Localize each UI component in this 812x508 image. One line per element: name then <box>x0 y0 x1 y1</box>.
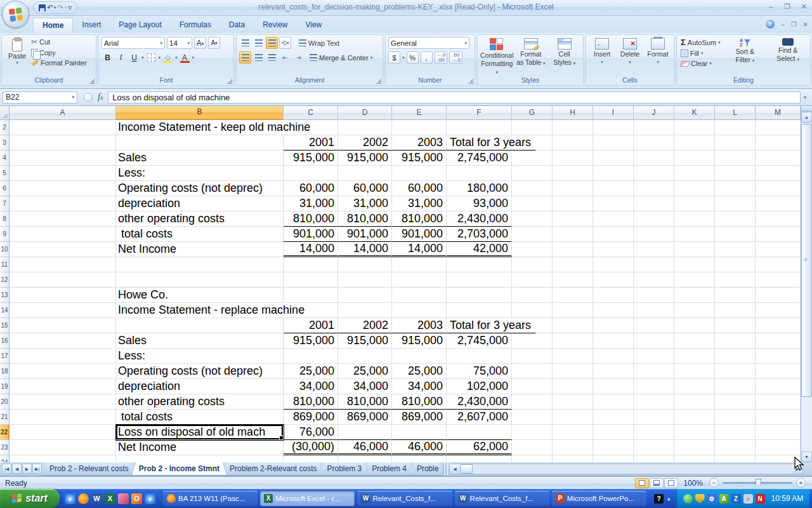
fill-button[interactable]: ↓Fill▾ <box>679 49 722 58</box>
cell-G14[interactable] <box>512 303 553 318</box>
cell-M8[interactable] <box>756 211 801 227</box>
cell-C5[interactable] <box>284 166 338 181</box>
cell-C12[interactable] <box>284 272 338 288</box>
cell-J24[interactable] <box>634 455 674 462</box>
cell-F10[interactable]: 42,000 <box>447 242 512 257</box>
cell-E16[interactable]: 915,000 <box>392 333 447 349</box>
cell-F4[interactable]: 2,745,000 <box>447 150 512 166</box>
row-header-7[interactable]: 7 <box>0 196 10 211</box>
sheet-tab-prob-2-income-stmnt[interactable]: Prob 2 - Income Stmnt <box>132 462 226 476</box>
cell-I11[interactable] <box>593 257 634 272</box>
cell-E22[interactable] <box>392 425 447 440</box>
cell-H3[interactable] <box>553 135 593 150</box>
cell-C11[interactable] <box>284 257 338 272</box>
cell-B13[interactable]: Howe Co. <box>116 288 284 303</box>
cell-B2[interactable]: Income Statement - keep old machine <box>116 120 284 135</box>
green-orb-tray-icon[interactable] <box>683 494 693 504</box>
tab-insert[interactable]: Insert <box>73 18 110 33</box>
cell-F21[interactable]: 2,607,000 <box>447 410 512 425</box>
cell-E2[interactable] <box>392 120 447 135</box>
cell-L19[interactable] <box>715 379 756 394</box>
cell-B19[interactable]: depreciation <box>116 379 284 394</box>
cell-C23[interactable]: (30,000) <box>284 440 338 455</box>
cell-A21[interactable] <box>10 410 116 425</box>
cell-C22[interactable]: 76,000 <box>284 425 338 440</box>
cell-C19[interactable]: 34,000 <box>284 379 338 394</box>
shield-tray-icon[interactable] <box>695 494 705 504</box>
formula-bar-expand-icon[interactable]: ▾ <box>801 95 809 100</box>
cell-M15[interactable] <box>756 318 801 333</box>
scroll-left-button[interactable]: ◀ <box>450 464 460 474</box>
cell-E18[interactable]: 25,000 <box>392 364 447 379</box>
cell-B6[interactable]: Operating costs (not deprec) <box>116 181 284 196</box>
cell-B11[interactable] <box>116 257 284 272</box>
cell-L12[interactable] <box>715 272 756 288</box>
cell-D16[interactable]: 915,000 <box>338 333 392 349</box>
cell-A18[interactable] <box>10 364 116 379</box>
cell-F7[interactable]: 93,000 <box>447 196 512 211</box>
cell-D3[interactable]: 2002 <box>338 135 392 150</box>
cell-H14[interactable] <box>553 303 593 318</box>
cell-L17[interactable] <box>715 349 756 364</box>
cell-L6[interactable] <box>715 181 756 196</box>
cell-L13[interactable] <box>715 288 756 303</box>
find-select-button[interactable]: Find & Select ▾ <box>768 37 808 76</box>
fill-color-dropdown-icon[interactable]: ▾ <box>175 55 178 60</box>
cell-I13[interactable] <box>593 288 634 303</box>
cell-J7[interactable] <box>634 196 674 211</box>
column-header-B[interactable]: B <box>116 106 284 120</box>
align-left-button[interactable] <box>239 51 251 64</box>
cell-I3[interactable] <box>593 135 634 150</box>
cell-M9[interactable] <box>756 227 801 242</box>
cell-I2[interactable] <box>593 120 634 135</box>
scrollbar-split-handle[interactable] <box>801 106 812 112</box>
cell-K2[interactable] <box>674 120 715 135</box>
cell-I6[interactable] <box>593 181 634 196</box>
cell-H10[interactable] <box>553 242 593 257</box>
cell-E19[interactable]: 34,000 <box>392 379 447 394</box>
cell-C17[interactable] <box>284 349 338 364</box>
cell-K12[interactable] <box>674 272 715 288</box>
cell-F19[interactable]: 102,000 <box>447 379 512 394</box>
cell-K14[interactable] <box>674 303 715 318</box>
cell-E20[interactable]: 810,000 <box>392 394 447 410</box>
cell-K6[interactable] <box>674 181 715 196</box>
cell-L5[interactable] <box>715 166 756 181</box>
keys-icon[interactable] <box>118 493 129 504</box>
taskbar-button[interactable]: XMicrosoft Excel - r... <box>260 491 355 506</box>
cell-L16[interactable] <box>715 333 756 349</box>
align-top-button[interactable] <box>239 37 251 49</box>
number-dialog-launcher[interactable] <box>468 79 473 84</box>
cell-L3[interactable] <box>715 135 756 150</box>
cell-D6[interactable]: 60,000 <box>338 181 392 196</box>
accounting-format-button[interactable]: $ <box>388 51 400 64</box>
cell-styles-button[interactable]: Cell Styles ▾ <box>548 37 580 76</box>
cell-D24[interactable] <box>338 455 392 462</box>
cell-G11[interactable] <box>512 257 553 272</box>
cell-K19[interactable] <box>674 379 715 394</box>
cell-M23[interactable] <box>756 440 801 455</box>
row-header-4[interactable]: 4 <box>0 150 10 166</box>
cell-E11[interactable] <box>392 257 447 272</box>
cell-A13[interactable] <box>10 288 116 303</box>
cell-F17[interactable] <box>447 349 512 364</box>
orientation-button[interactable]: ⟲▾ <box>279 37 291 49</box>
cell-A24[interactable] <box>10 455 116 462</box>
cell-J18[interactable] <box>634 364 674 379</box>
internet-explorer-icon[interactable]: e <box>65 493 75 504</box>
cell-K17[interactable] <box>674 349 715 364</box>
cell-L21[interactable] <box>715 410 756 425</box>
row-header-15[interactable]: 15 <box>0 318 10 333</box>
cell-G21[interactable] <box>512 410 553 425</box>
paste-button[interactable]: Paste ▾ <box>4 37 30 76</box>
grow-font-button[interactable]: A▴ <box>194 37 206 49</box>
cell-K9[interactable] <box>674 227 715 242</box>
cell-J20[interactable] <box>634 394 674 410</box>
cell-K13[interactable] <box>674 288 715 303</box>
avg-a-tray-icon[interactable]: A <box>719 494 729 504</box>
vertical-scrollbar[interactable]: ▲ ▼ <box>801 106 812 462</box>
cell-F23[interactable]: 62,000 <box>447 440 512 455</box>
cell-G2[interactable] <box>512 120 553 135</box>
row-header-20[interactable]: 20 <box>0 394 10 410</box>
cell-F24[interactable] <box>447 455 512 462</box>
